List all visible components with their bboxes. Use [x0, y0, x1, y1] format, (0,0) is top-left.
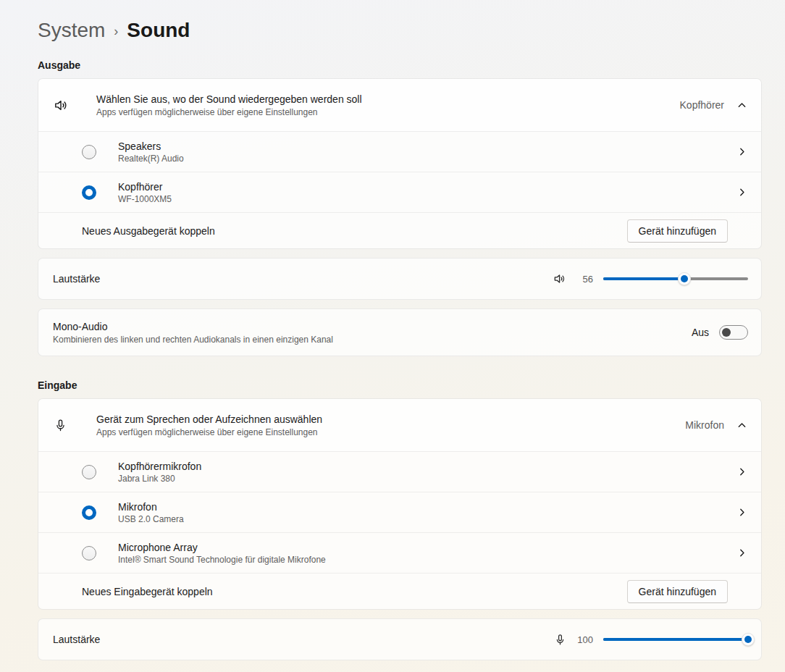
input-device-row-microphone-array[interactable]: Microphone Array Intel® Smart Sound Tech…: [38, 532, 761, 573]
output-device-row-kopfhoerer[interactable]: Kopfhörer WF-1000XM5: [38, 172, 761, 212]
breadcrumb-separator-icon: ›: [114, 24, 118, 39]
chevron-right-icon[interactable]: [737, 508, 747, 517]
input-volume-value: 100: [577, 634, 593, 645]
chevron-right-icon[interactable]: [737, 147, 747, 156]
radio-microphone-array[interactable]: [82, 546, 96, 560]
device-name: Kopfhörermikrofon: [118, 461, 737, 472]
output-device-row-speakers[interactable]: Speakers Realtek(R) Audio: [38, 131, 761, 172]
output-expander-subtitle: Apps verfügen möglicherweise über eigene…: [96, 107, 680, 117]
input-expander-header[interactable]: Gerät zum Sprechen oder Aufzeichnen ausw…: [38, 399, 761, 451]
radio-mikrofon-selected[interactable]: [82, 505, 96, 520]
slider-thumb[interactable]: [742, 633, 755, 646]
volume-microphone-icon[interactable]: [553, 633, 567, 647]
mono-audio-card: Mono-Audio Kombinieren des linken und re…: [38, 308, 762, 356]
chevron-up-icon[interactable]: [737, 421, 747, 430]
chevron-up-icon[interactable]: [737, 101, 747, 110]
add-input-device-button[interactable]: Gerät hinzufügen: [627, 580, 728, 603]
input-pair-label: Neues Eingabegerät koppeln: [82, 586, 213, 597]
device-detail: Intel® Smart Sound Technologie für digit…: [118, 555, 737, 565]
output-expander-header[interactable]: Wählen Sie aus, wo der Sound wiedergegeb…: [38, 79, 761, 131]
breadcrumb: System › Sound: [38, 19, 762, 42]
chevron-right-icon[interactable]: [737, 188, 747, 197]
device-name: Kopfhörer: [118, 181, 737, 193]
mono-audio-toggle[interactable]: [719, 325, 748, 340]
chevron-right-icon[interactable]: [737, 467, 747, 476]
input-volume-card: Lautstärke 100: [38, 618, 762, 660]
mono-audio-state-label: Aus: [692, 327, 709, 338]
microphone-icon: [53, 418, 82, 433]
output-selected-device-value: Kopfhörer: [680, 99, 724, 111]
radio-speakers[interactable]: [82, 145, 96, 159]
output-volume-value: 56: [577, 274, 593, 285]
input-volume-label: Lautstärke: [53, 634, 100, 645]
output-volume-slider[interactable]: [603, 272, 748, 285]
output-pair-row: Neues Ausgabegerät koppeln Gerät hinzufü…: [38, 212, 761, 248]
speaker-icon: [53, 97, 82, 114]
input-device-row-mikrofon[interactable]: Mikrofon USB 2.0 Camera: [38, 492, 761, 532]
input-expander-title: Gerät zum Sprechen oder Aufzeichnen ausw…: [96, 413, 685, 425]
sound-settings-page: System › Sound Ausgabe Wähle: [0, 0, 785, 660]
slider-thumb[interactable]: [678, 272, 691, 285]
input-device-row-kopfhoerermikrofon[interactable]: Kopfhörermikrofon Jabra Link 380: [38, 451, 761, 492]
device-detail: Realtek(R) Audio: [118, 154, 737, 164]
mono-audio-subtitle: Kombinieren des linken und rechten Audio…: [53, 335, 333, 345]
volume-speaker-icon[interactable]: [553, 272, 567, 286]
radio-kopfhoerermikrofon[interactable]: [82, 465, 96, 479]
device-name: Microphone Array: [118, 542, 737, 553]
device-detail: USB 2.0 Camera: [118, 514, 737, 524]
breadcrumb-system-link[interactable]: System: [38, 19, 105, 42]
output-pair-label: Neues Ausgabegerät koppeln: [82, 225, 215, 237]
device-name: Speakers: [118, 140, 737, 152]
slider-fill: [603, 638, 748, 641]
input-selected-device-value: Mikrofon: [685, 419, 724, 431]
output-expander-title: Wählen Sie aus, wo der Sound wiedergegeb…: [96, 93, 680, 105]
device-detail: Jabra Link 380: [118, 474, 737, 484]
output-volume-card: Lautstärke 56: [38, 258, 762, 300]
add-output-device-button[interactable]: Gerät hinzufügen: [627, 219, 728, 243]
output-device-card: Wählen Sie aus, wo der Sound wiedergegeb…: [38, 78, 762, 249]
mono-audio-title: Mono-Audio: [53, 321, 333, 332]
device-detail: WF-1000XM5: [118, 194, 737, 204]
page-title: Sound: [127, 19, 190, 42]
output-volume-label: Lautstärke: [53, 273, 100, 285]
toggle-knob[interactable]: [722, 328, 731, 337]
device-name: Mikrofon: [118, 501, 737, 513]
input-volume-slider[interactable]: [603, 633, 748, 646]
input-pair-row: Neues Eingabegerät koppeln Gerät hinzufü…: [38, 573, 761, 609]
slider-fill: [603, 277, 684, 280]
input-expander-subtitle: Apps verfügen möglicherweise über eigene…: [96, 427, 685, 437]
output-section-label: Ausgabe: [38, 59, 762, 71]
input-section-label: Eingabe: [38, 379, 762, 391]
chevron-right-icon[interactable]: [737, 548, 747, 558]
radio-kopfhoerer-selected[interactable]: [82, 185, 96, 200]
input-device-card: Gerät zum Sprechen oder Aufzeichnen ausw…: [38, 398, 762, 610]
